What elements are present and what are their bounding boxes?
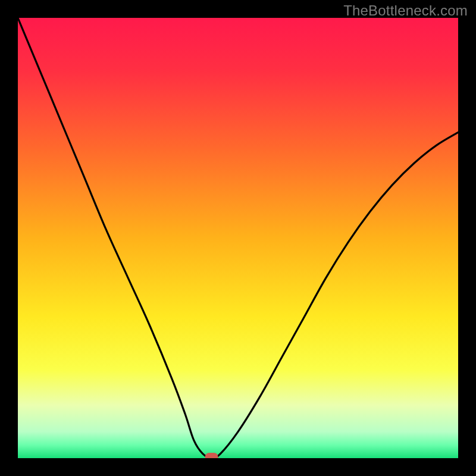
chart-frame: TheBottleneck.com bbox=[0, 0, 476, 476]
chart-background bbox=[18, 18, 458, 458]
bottleneck-chart bbox=[18, 18, 458, 458]
optimum-marker bbox=[205, 453, 218, 458]
watermark-text: TheBottleneck.com bbox=[343, 2, 468, 19]
